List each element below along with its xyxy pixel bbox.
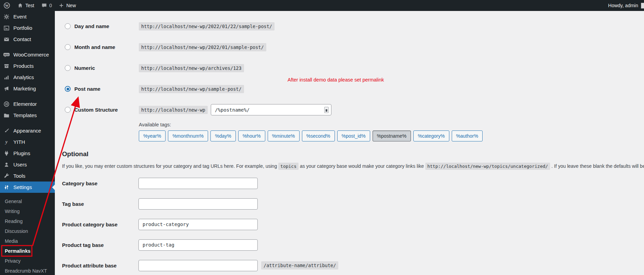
comment-count: 0 xyxy=(49,3,52,8)
menu-separator xyxy=(0,121,55,125)
sidebar-item-woocommerce[interactable]: WOO WooCommerce xyxy=(0,49,55,60)
sidebar-item-label: Users xyxy=(13,162,27,167)
choice-label[interactable]: Numeric xyxy=(74,65,95,71)
custom-structure-input[interactable] xyxy=(211,104,331,115)
choice-day-and-name: Day and name http://localhost/new-wp/202… xyxy=(55,16,644,37)
sidebar-item-label: Templates xyxy=(13,112,37,118)
choice-numeric: Numeric http://localhost/new-wp/archives… xyxy=(55,58,644,78)
tag-base-row: Tag base xyxy=(55,193,644,214)
svg-text:W: W xyxy=(5,4,9,8)
sidebar-item-elementor[interactable]: Elementor xyxy=(0,98,55,110)
sidebar-item-label: Settings xyxy=(13,184,32,190)
choice-label[interactable]: Custom Structure xyxy=(74,107,118,113)
new-label: New xyxy=(66,3,76,8)
wordpress-logo-icon: W xyxy=(3,2,10,9)
tag-button-minute[interactable]: %minute% xyxy=(268,130,300,141)
category-base-input[interactable] xyxy=(138,178,258,189)
sidebar-item-yith[interactable]: y YITH xyxy=(0,136,55,148)
tag-base-input[interactable] xyxy=(138,198,258,210)
product-attribute-base-row: Product attribute base /attribute-name/a… xyxy=(55,255,644,275)
choice-label[interactable]: Month and name xyxy=(74,44,115,50)
custom-structure-prefix: http://localhost/new-wp xyxy=(139,106,208,114)
tag-button-author[interactable]: %author% xyxy=(452,130,483,141)
site-name: Test xyxy=(25,3,34,8)
sidebar-item-appearance[interactable]: Appearance xyxy=(0,125,55,136)
sidebar-item-contact[interactable]: Contact xyxy=(0,34,55,45)
description-text: If you like, you may enter custom struct… xyxy=(62,163,277,169)
optional-heading: Optional xyxy=(62,150,644,158)
product-category-base-input[interactable] xyxy=(138,219,258,230)
radio-numeric[interactable] xyxy=(65,65,71,71)
settings-submenu: General Writing Reading Discussion Media… xyxy=(0,193,55,275)
howdy-account[interactable]: Howdy, admin xyxy=(608,3,641,8)
sidebar-item-label: YITH xyxy=(13,139,25,145)
choice-label[interactable]: Day and name xyxy=(74,23,109,29)
comments-menu[interactable]: 0 xyxy=(38,0,56,11)
sidebar-item-settings[interactable]: Settings xyxy=(0,182,55,193)
menu-separator xyxy=(0,94,55,98)
submenu-label: Reading xyxy=(5,218,23,224)
radio-custom-structure[interactable] xyxy=(65,107,71,113)
sidebar-item-templates[interactable]: Templates xyxy=(0,110,55,121)
sidebar-item-products[interactable]: Products xyxy=(0,60,55,72)
wrench-icon xyxy=(3,173,10,179)
submenu-item-discussion[interactable]: Discussion xyxy=(0,226,55,236)
tag-button-day[interactable]: %day% xyxy=(210,130,235,141)
product-tag-base-input[interactable] xyxy=(138,239,258,251)
sidebar-item-tools[interactable]: Tools xyxy=(0,170,55,182)
sidebar-item-label: Products xyxy=(13,63,34,69)
submenu-label: General xyxy=(5,199,22,204)
radio-month-and-name[interactable] xyxy=(65,44,71,50)
sidebar-item-plugins[interactable]: Plugins xyxy=(0,148,55,159)
attribute-suffix-code: /attribute-name/attribute/ xyxy=(261,261,338,270)
sidebar-item-label: Marketing xyxy=(13,86,36,91)
tag-button-hour[interactable]: %hour% xyxy=(238,130,265,141)
sidebar-item-users[interactable]: Users xyxy=(0,159,55,170)
menu-separator xyxy=(0,45,55,49)
product-attribute-base-input[interactable] xyxy=(138,260,258,271)
brush-icon xyxy=(3,127,10,134)
new-menu[interactable]: New xyxy=(55,0,79,11)
field-label: Product category base xyxy=(62,222,138,227)
sidebar-item-marketing[interactable]: Marketing xyxy=(0,83,55,94)
yith-icon: y xyxy=(3,139,10,146)
tag-button-second[interactable]: %second% xyxy=(302,130,335,141)
radio-day-and-name[interactable] xyxy=(65,23,71,29)
description-text: . If you leave these blank the defaults … xyxy=(551,163,644,169)
sidebar-item-analytics[interactable]: Analytics xyxy=(0,72,55,83)
sidebar-item-label: Contact xyxy=(13,36,31,42)
tag-button-postname[interactable]: %postname% xyxy=(373,130,411,141)
choice-label[interactable]: Post name xyxy=(74,86,100,92)
sidebar-item-event[interactable]: Event xyxy=(0,11,55,22)
submenu-item-breadcrumb-navxt[interactable]: Breadcrumb NavXT xyxy=(0,266,55,275)
sidebar-item-portfolio[interactable]: Portfolio xyxy=(0,22,55,34)
image-icon xyxy=(3,25,10,32)
red-annotation-text: After install demo data please set perma… xyxy=(288,77,384,83)
submenu-item-writing[interactable]: Writing xyxy=(0,206,55,216)
submenu-item-media[interactable]: Media xyxy=(0,236,55,246)
extension-adornment-icon[interactable] xyxy=(324,107,329,113)
submenu-item-permalinks[interactable]: Permalinks xyxy=(0,246,55,256)
admin-bar: W Test 0 New Howdy, admin xyxy=(0,0,644,11)
tag-button-monthnum[interactable]: %monthnum% xyxy=(168,130,208,141)
example-url: http://localhost/new-wp/sample-post/ xyxy=(139,85,244,93)
svg-text:WOO: WOO xyxy=(4,53,9,55)
tag-button-post-id[interactable]: %post_id% xyxy=(337,130,370,141)
site-menu[interactable]: Test xyxy=(14,0,38,11)
choice-month-and-name: Month and name http://localhost/new-wp/2… xyxy=(55,37,644,58)
available-tags: %year% %monthnum% %day% %hour% %minute% … xyxy=(139,130,644,141)
radio-post-name[interactable] xyxy=(65,86,71,92)
avatar[interactable] xyxy=(641,3,644,9)
example-url: http://localhost/new-wp/2022/01/sample-p… xyxy=(139,43,266,51)
bar-chart-icon xyxy=(3,74,10,81)
wordpress-logo-icon[interactable]: W xyxy=(0,0,14,11)
submenu-item-reading[interactable]: Reading xyxy=(0,216,55,226)
field-label: Category base xyxy=(62,180,138,186)
field-label: Tag base xyxy=(62,201,138,207)
sidebar-item-label: Portfolio xyxy=(13,25,32,31)
tag-button-year[interactable]: %year% xyxy=(139,130,166,141)
product-category-base-row: Product category base xyxy=(55,214,644,235)
submenu-item-general[interactable]: General xyxy=(0,196,55,206)
submenu-item-privacy[interactable]: Privacy xyxy=(0,256,55,266)
tag-button-category[interactable]: %category% xyxy=(413,130,449,141)
